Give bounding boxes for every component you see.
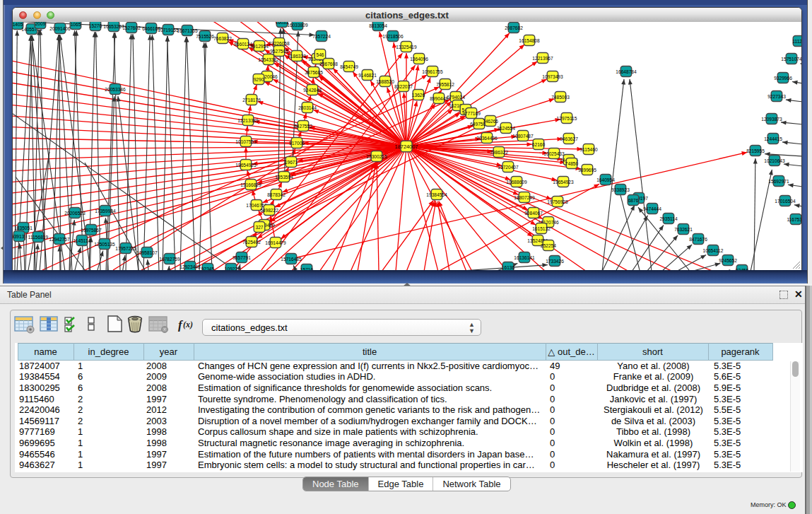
svg-text:62160: 62160 <box>532 142 546 147</box>
svg-text:7955812: 7955812 <box>436 82 454 87</box>
svg-text:6876: 6876 <box>628 198 639 203</box>
svg-text:7485003: 7485003 <box>551 95 570 100</box>
svg-text:20206523: 20206523 <box>64 211 86 216</box>
svg-text:8912954: 8912954 <box>250 44 269 49</box>
svg-text:17016504: 17016504 <box>775 199 796 204</box>
svg-text:8878342: 8878342 <box>267 192 286 197</box>
svg-text:10107553: 10107553 <box>235 139 257 144</box>
svg-text:2803144: 2803144 <box>298 105 317 110</box>
svg-text:1353594: 1353594 <box>275 175 293 180</box>
svg-text:9329966: 9329966 <box>774 76 792 81</box>
svg-text:1733426: 1733426 <box>546 259 564 264</box>
svg-text:746266: 746266 <box>483 119 498 124</box>
svg-text:19218506: 19218506 <box>382 34 404 39</box>
svg-text:20091406: 20091406 <box>49 26 71 31</box>
svg-text:15751074: 15751074 <box>781 57 801 62</box>
svg-text:17957225: 17957225 <box>115 246 136 251</box>
svg-text:13325419: 13325419 <box>396 45 417 49</box>
svg-text:16671355: 16671355 <box>177 28 198 33</box>
svg-text:13626: 13626 <box>412 93 425 98</box>
svg-text:9084067: 9084067 <box>524 211 543 216</box>
svg-text:10973493: 10973493 <box>542 74 563 79</box>
svg-text:7357224: 7357224 <box>312 34 331 39</box>
svg-text:8186328: 8186328 <box>288 54 306 59</box>
svg-text:10922: 10922 <box>225 267 238 271</box>
svg-text:917006: 917006 <box>289 141 305 146</box>
svg-text:12975115: 12975115 <box>557 116 577 121</box>
svg-text:(x): (x) <box>183 320 193 329</box>
svg-text:939139: 939139 <box>13 234 27 239</box>
svg-text:19166829: 19166829 <box>240 182 261 187</box>
svg-text:9474444: 9474444 <box>643 206 661 211</box>
svg-text:15720407: 15720407 <box>498 165 519 170</box>
svg-text:12213389: 12213389 <box>237 118 259 123</box>
svg-text:1167533: 1167533 <box>787 217 801 222</box>
svg-text:10975867: 10975867 <box>81 228 102 233</box>
svg-text:16154808: 16154808 <box>519 38 540 43</box>
svg-text:15716: 15716 <box>300 267 314 271</box>
svg-text:10958107: 10958107 <box>136 250 158 255</box>
svg-text:8454749: 8454749 <box>340 64 358 69</box>
svg-text:8990448: 8990448 <box>430 96 448 101</box>
svg-text:327: 327 <box>255 225 263 230</box>
svg-text:9777169: 9777169 <box>462 111 481 116</box>
svg-text:10653267: 10653267 <box>103 24 124 29</box>
svg-text:17359924: 17359924 <box>95 209 116 214</box>
svg-text:1065: 1065 <box>71 22 81 27</box>
svg-text:9115460: 9115460 <box>579 147 598 152</box>
svg-text:2367608: 2367608 <box>319 62 338 66</box>
svg-text:10543382: 10543382 <box>258 57 279 62</box>
svg-text:20364436: 20364436 <box>476 136 498 141</box>
svg-text:1364096: 1364096 <box>410 57 428 62</box>
svg-text:18724007: 18724007 <box>395 144 418 150</box>
svg-text:8215955: 8215955 <box>746 148 765 153</box>
svg-text:10654112: 10654112 <box>703 248 724 253</box>
svg-text:8322037: 8322037 <box>394 84 413 89</box>
svg-text:2087682: 2087682 <box>505 25 523 30</box>
svg-text:8813054: 8813054 <box>369 23 387 28</box>
svg-text:15692971: 15692971 <box>768 179 789 184</box>
svg-text:7986322: 7986322 <box>490 150 508 155</box>
svg-text:8471676: 8471676 <box>689 237 707 242</box>
svg-text:92345: 92345 <box>201 267 215 271</box>
svg-text:5498222: 5498222 <box>260 208 278 213</box>
svg-text:9146821: 9146821 <box>358 73 377 78</box>
svg-text:16136141: 16136141 <box>514 255 535 260</box>
svg-text:9242848: 9242848 <box>303 88 322 93</box>
svg-text:16033809: 16033809 <box>287 23 308 28</box>
svg-text:10807487: 10807487 <box>512 134 534 139</box>
svg-text:15276: 15276 <box>89 23 102 28</box>
svg-text:9290: 9290 <box>254 77 264 82</box>
svg-text:9899695: 9899695 <box>578 168 596 173</box>
svg-text:3875685: 3875685 <box>305 70 323 75</box>
svg-text:7632621: 7632621 <box>674 227 693 232</box>
svg-text:7515526: 7515526 <box>196 34 214 39</box>
svg-text:10961755: 10961755 <box>422 69 443 74</box>
svg-text:11156819: 11156819 <box>28 235 49 240</box>
svg-text:1835051: 1835051 <box>14 226 33 230</box>
svg-text:25300215: 25300215 <box>366 154 387 159</box>
svg-text:12923448: 12923448 <box>180 264 201 269</box>
svg-text:3624554: 3624554 <box>497 126 515 131</box>
svg-text:9527505: 9527505 <box>270 49 288 54</box>
svg-text:1244415: 1244415 <box>764 136 782 141</box>
svg-text:12942757: 12942757 <box>49 237 70 242</box>
svg-text:546: 546 <box>316 52 324 57</box>
svg-text:9245652: 9245652 <box>719 258 737 263</box>
svg-text:10025433: 10025433 <box>543 151 565 156</box>
svg-text:2935114: 2935114 <box>659 216 678 221</box>
svg-text:1588520: 1588520 <box>376 79 394 84</box>
svg-text:16136: 16136 <box>502 265 515 270</box>
svg-text:12093873: 12093873 <box>761 117 782 122</box>
svg-text:9857791: 9857791 <box>233 255 251 260</box>
svg-text:12213967: 12213967 <box>532 56 553 61</box>
svg-text:92456: 92456 <box>736 268 749 271</box>
svg-text:2009: 2009 <box>35 22 46 26</box>
svg-text:1145114: 1145114 <box>73 238 91 243</box>
svg-text:10719155: 10719155 <box>158 28 179 33</box>
svg-text:20053346: 20053346 <box>105 87 126 92</box>
svg-text:10210643: 10210643 <box>764 158 785 163</box>
svg-text:6794024: 6794024 <box>447 95 465 100</box>
svg-text:16914479: 16914479 <box>265 240 286 245</box>
svg-text:1615132: 1615132 <box>532 226 551 231</box>
